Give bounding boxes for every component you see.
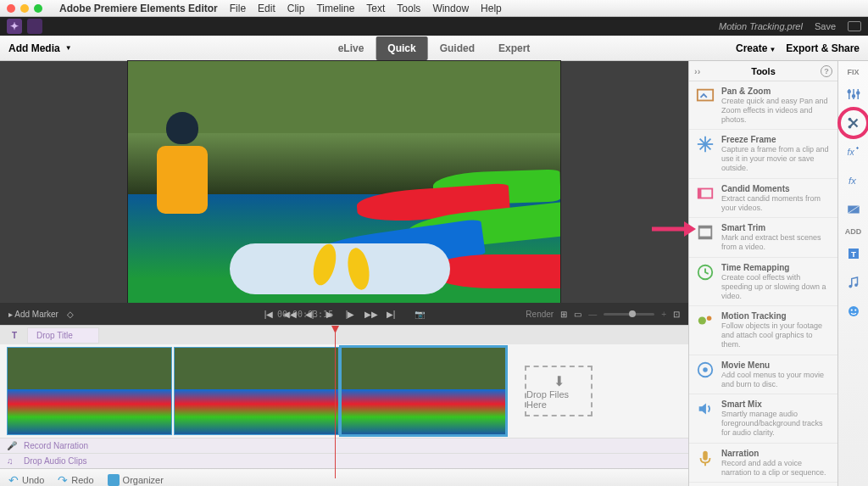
tool-movie-menu[interactable]: Movie MenuAdd cool menus to your movie a…: [689, 355, 837, 395]
undo-button[interactable]: ↶Undo: [8, 473, 44, 487]
drop-title-track[interactable]: Drop Title: [27, 327, 99, 344]
menu-timeline[interactable]: Timeline: [316, 3, 354, 14]
frame-back-button[interactable]: ◀|: [303, 310, 315, 319]
goto-end-button[interactable]: ▶|: [385, 310, 397, 319]
undo-icon: ↶: [8, 473, 19, 487]
app-titlebar: ✦ Motion Tracking.prel Save: [0, 17, 868, 36]
music-button[interactable]: [842, 271, 865, 294]
tool-candid-moments[interactable]: Candid MomentsExtract candid moments fro…: [689, 179, 837, 219]
tracking-icon: [696, 311, 715, 330]
svg-point-14: [703, 367, 708, 372]
play-button[interactable]: ▶: [324, 310, 336, 319]
tab-quick[interactable]: Quick: [376, 36, 427, 60]
goto-start-button[interactable]: |◀: [263, 310, 275, 319]
tool-narration[interactable]: NarrationRecord and add a voice narratio…: [689, 444, 837, 483]
svg-point-12: [707, 316, 712, 321]
menu-clip[interactable]: Clip: [287, 3, 305, 14]
tool-smart-mix[interactable]: Smart MixSmartly manage audio foreground…: [689, 394, 837, 443]
add-marker-button[interactable]: ▸ Add Marker: [8, 310, 58, 319]
menu-help[interactable]: Help: [481, 3, 502, 14]
close-window-button[interactable]: [7, 4, 15, 13]
render-button[interactable]: Render: [526, 310, 554, 319]
svg-point-31: [854, 283, 858, 287]
menu-edit[interactable]: Edit: [258, 3, 275, 14]
playhead[interactable]: [335, 326, 336, 478]
collapse-panel-icon[interactable]: ››: [694, 66, 700, 76]
svg-rect-15: [703, 450, 708, 460]
zoom-window-button[interactable]: [34, 4, 42, 13]
titles-button[interactable]: T: [842, 242, 865, 265]
create-button[interactable]: Create▼: [736, 42, 776, 54]
export-share-button[interactable]: Export & Share: [786, 42, 860, 54]
video-monitor[interactable]: [0, 61, 688, 303]
svg-text:fx: fx: [849, 176, 856, 186]
dropdown-icon: ▼: [65, 44, 72, 52]
adjust-button[interactable]: [842, 82, 865, 106]
svg-point-24: [848, 126, 851, 129]
strip-fix-label: FIX: [847, 68, 859, 76]
app-sub-icon[interactable]: [27, 19, 42, 34]
help-icon[interactable]: ?: [821, 65, 832, 77]
menu-file[interactable]: File: [230, 3, 246, 14]
clip-thumbnail[interactable]: [341, 347, 506, 435]
tools-strip-button[interactable]: [842, 111, 865, 135]
organizer-button[interactable]: Organizer: [108, 474, 164, 486]
clip-thumbnail[interactable]: [7, 347, 172, 435]
tool-motion-tracking[interactable]: Motion TrackingFollow objects in your fo…: [689, 306, 837, 355]
drop-files-label: Drop Files Here: [526, 389, 591, 410]
tools-panel: ›› Tools ? Pan & ZoomCreate quick and ea…: [688, 61, 837, 486]
tab-expert[interactable]: Expert: [487, 36, 542, 60]
transitions-button[interactable]: [842, 198, 865, 221]
audio-track[interactable]: ♫Drop Audio Clips: [0, 453, 688, 468]
right-icon-strip: FIX fx fx ADD T: [837, 61, 868, 486]
redo-button[interactable]: ↷Redo: [58, 473, 93, 487]
drop-files-target[interactable]: ⬇ Drop Files Here: [525, 366, 593, 416]
add-media-label: Add Media: [8, 42, 60, 54]
save-button[interactable]: Save: [815, 21, 836, 31]
main-toolbar: Add Media ▼ eLive Quick Guided Expert Cr…: [0, 36, 868, 61]
menu-text[interactable]: Text: [366, 3, 385, 14]
narration-track[interactable]: 🎤Record Narration: [0, 438, 688, 453]
add-media-button[interactable]: Add Media ▼: [8, 42, 72, 54]
loop-icon[interactable]: ⊞: [560, 310, 567, 319]
tab-elive[interactable]: eLive: [326, 36, 376, 60]
svg-point-22: [856, 92, 859, 94]
menu-window[interactable]: Window: [432, 3, 469, 14]
tool-smart-trim[interactable]: Smart TrimMark and extract best scenes f…: [689, 218, 837, 258]
mic-icon: 🎤: [7, 441, 19, 450]
step-forward-button[interactable]: ▶▶: [364, 310, 376, 319]
tool-pan-zoom[interactable]: Pan & ZoomCreate quick and easy Pan and …: [689, 81, 837, 130]
svg-point-23: [848, 118, 851, 121]
tool-freeze-frame[interactable]: Freeze FrameCapture a frame from a clip …: [689, 130, 837, 178]
svg-point-33: [850, 309, 852, 310]
app-logo-icon: ✦: [7, 19, 22, 34]
safe-margins-icon[interactable]: ▭: [574, 310, 581, 319]
fullscreen-icon[interactable]: [848, 21, 861, 31]
tab-guided[interactable]: Guided: [428, 36, 487, 60]
fit-icon[interactable]: ⊡: [673, 310, 680, 319]
snowflake-icon: [696, 135, 715, 154]
marker-icon[interactable]: ◇: [67, 310, 74, 319]
filmstrip-icon: [696, 184, 715, 203]
clip-thumbnail[interactable]: [174, 347, 339, 435]
menu-tools[interactable]: Tools: [397, 3, 420, 14]
svg-point-32: [849, 306, 859, 316]
svg-text:T: T: [851, 249, 856, 259]
effects-button[interactable]: fx: [842, 169, 865, 193]
zoom-slider[interactable]: [604, 313, 654, 316]
pan-zoom-icon: [696, 87, 715, 105]
graphics-button[interactable]: [842, 299, 865, 323]
step-back-button[interactable]: ◀◀: [283, 310, 295, 319]
snapshot-button[interactable]: 📷: [414, 310, 426, 319]
macos-menubar: Adobe Premiere Elements Editor File Edit…: [0, 0, 868, 17]
minimize-window-button[interactable]: [20, 4, 29, 13]
title-track-icon[interactable]: T: [7, 331, 22, 340]
disc-icon: [696, 360, 715, 379]
mic-icon: [696, 449, 715, 467]
frame-forward-button[interactable]: |▶: [344, 310, 356, 319]
applied-effects-button[interactable]: fx: [842, 140, 865, 164]
tool-time-remapping[interactable]: Time RemappingCreate cool effects with s…: [689, 258, 837, 306]
app-name-menu[interactable]: Adobe Premiere Elements Editor: [59, 3, 218, 14]
svg-point-21: [852, 95, 854, 98]
video-track[interactable]: ⬇ Drop Files Here: [0, 344, 688, 438]
